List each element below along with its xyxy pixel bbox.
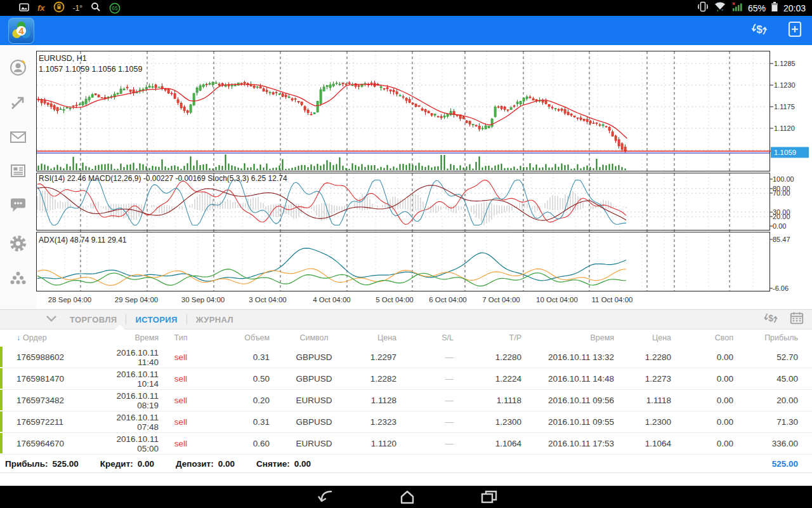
profit-indicator-bar [0, 433, 3, 453]
total-profit-value: 525.00 [772, 459, 798, 469]
sort-desc-icon: ↓ [16, 333, 20, 342]
tab-journal[interactable]: ЖУРНАЛ [187, 315, 242, 324]
svg-text:70.00: 70.00 [773, 189, 790, 197]
cell: 1.1064 [614, 439, 671, 448]
svg-text:ADX(14) 48.74 9.11 29.41: ADX(14) 48.74 9.11 29.41 [39, 236, 127, 244]
column-header: Время [521, 333, 614, 342]
cell: 1.2280 [454, 352, 521, 362]
history-header[interactable]: ↓ОрдерВремяТипОбъемСимволЦенаS/LT/PВремя… [0, 328, 812, 347]
profit-indicator-bar [0, 347, 3, 367]
withdraw-value: 0.00 [294, 459, 311, 469]
cell: sell [159, 396, 203, 405]
history-row[interactable]: 17659646702016.10.11 05:00sell0.60EURUSD… [0, 433, 812, 455]
sidebar-item-chat[interactable] [8, 196, 28, 215]
svg-text:1.1057 1.1059 1.1056 1.1059: 1.1057 1.1059 1.1056 1.1059 [39, 65, 142, 74]
cell: 0.50 [203, 374, 270, 384]
cell: 1.2282 [358, 374, 396, 384]
svg-text:1.1120: 1.1120 [774, 124, 795, 132]
back-icon[interactable] [316, 489, 336, 508]
sidebar-item-news[interactable] [8, 161, 28, 180]
history-row[interactable]: 17659734822016.10.11 08:19sell0.20EURUSD… [0, 390, 812, 411]
svg-text:5 Oct 04:00: 5 Oct 04:00 [376, 296, 413, 304]
cell: 20.00 [733, 396, 812, 405]
cell: 2016.10.11 09:56 [521, 396, 614, 405]
sidebar-item-community[interactable] [8, 269, 28, 288]
svg-text:30 Sep 04:00: 30 Sep 04:00 [181, 296, 225, 304]
metatrader-logo[interactable]: 4 [8, 18, 34, 44]
cell: 1.2273 [614, 374, 671, 384]
cell: 0.00 [671, 352, 733, 362]
cell: 1.2300 [614, 417, 671, 427]
sidebar-item-account[interactable] [8, 58, 28, 77]
cell: 1.1128 [358, 396, 396, 405]
svg-text:$: $ [768, 313, 773, 323]
cell: sell [159, 439, 203, 448]
svg-text:85.47: 85.47 [773, 236, 790, 243]
cell: — [396, 352, 454, 362]
column-header: S/L [396, 333, 454, 342]
svg-text:20.00: 20.00 [773, 213, 790, 220]
cell: 1.2297 [358, 352, 396, 362]
collapse-panel-icon[interactable] [46, 314, 57, 325]
cell: 1.2280 [614, 352, 671, 362]
column-header[interactable]: ↓Ордер [0, 333, 95, 342]
cell: 2016.10.11 14:48 [521, 374, 614, 384]
calendar-period-icon[interactable] [789, 311, 804, 328]
cell: 1.2323 [358, 417, 396, 427]
cell: — [396, 439, 454, 448]
sidebar-item-mail[interactable] [8, 127, 28, 147]
history-row[interactable]: 17659722112016.10.11 07:48sell0.31GBPUSD… [0, 411, 812, 433]
withdraw-label: Снятие: [256, 459, 290, 469]
cell: sell [159, 417, 203, 427]
new-order-icon[interactable] [787, 20, 803, 41]
cell: 52.70 [733, 352, 812, 362]
cell: 2016.10.11 07:48 [95, 413, 159, 432]
cell: 2016.10.11 09:55 [521, 417, 614, 427]
cell: 45.00 [733, 374, 812, 384]
price-chart: 1.12851.12301.11751.11201.1059100.0080.0… [36, 51, 812, 309]
app-bar: 4 $ [0, 16, 812, 45]
cell: 2016.10.11 13:32 [521, 352, 614, 362]
history-row[interactable]: 17659814702016.10.11 10:14sell0.50GBPUSD… [0, 368, 812, 390]
cell: GBPUSD [270, 374, 358, 384]
svg-text:6 Oct 04:00: 6 Oct 04:00 [429, 296, 466, 304]
svg-text:EURUSD, H1: EURUSD, H1 [39, 54, 87, 63]
history-summary: Прибыль:525.00 Кредит:0.00 Депозит:0.00 … [0, 455, 812, 473]
cell: 1765981470 [0, 374, 95, 384]
cell: EURUSD [270, 396, 358, 405]
cell: 0.00 [671, 417, 733, 427]
cell: 2016.10.11 08:19 [95, 391, 159, 410]
sidebar-item-settings[interactable] [8, 234, 28, 253]
lock-badge-icon [53, 1, 65, 15]
tab-trade[interactable]: ТОРГОВЛЯ [61, 315, 126, 324]
fx-badge-icon: fx [37, 3, 45, 13]
svg-text:11 Oct 04:00: 11 Oct 04:00 [592, 296, 633, 304]
cell: — [396, 417, 454, 427]
home-icon[interactable] [397, 489, 417, 508]
profit-indicator-bar [0, 390, 3, 410]
deals-filter-icon[interactable]: $ [763, 310, 779, 329]
history-panel: ↓ОрдерВремяТипОбъемСимволЦенаS/LT/PВремя… [0, 328, 812, 473]
quotes-update-icon[interactable]: $ [750, 20, 769, 41]
history-row[interactable]: 17659886022016.10.11 11:40sell0.31GBPUSD… [0, 347, 812, 368]
cell: 1.1118 [614, 396, 671, 405]
cell: 2016.10.11 05:00 [95, 434, 159, 453]
svg-text:100.00: 100.00 [773, 175, 794, 183]
sidebar-item-trade[interactable] [8, 93, 28, 112]
tab-history[interactable]: ИСТОРИЯ [126, 315, 186, 324]
cell: 1.1064 [454, 439, 521, 448]
svg-text:28 Sep 04:00: 28 Sep 04:00 [48, 296, 91, 304]
android-nav-bar [0, 486, 812, 508]
cell: sell [159, 374, 203, 384]
svg-text:1.1285: 1.1285 [774, 60, 796, 67]
cell: 1.1120 [358, 439, 396, 448]
svg-text:1.1175: 1.1175 [774, 103, 795, 110]
recents-icon[interactable] [479, 489, 499, 508]
svg-text:4 Oct 04:00: 4 Oct 04:00 [313, 296, 350, 304]
cell: 1765973482 [0, 396, 95, 405]
cell: GBPUSD [270, 352, 358, 362]
gallery-icon [19, 3, 29, 14]
battery-percent-label: 65% [748, 3, 766, 13]
bottom-panel-tabs: ТОРГОВЛЯ ИСТОРИЯ ЖУРНАЛ $ [0, 309, 812, 330]
chart-area[interactable]: 1.12851.12301.11751.11201.1059100.0080.0… [36, 45, 812, 309]
